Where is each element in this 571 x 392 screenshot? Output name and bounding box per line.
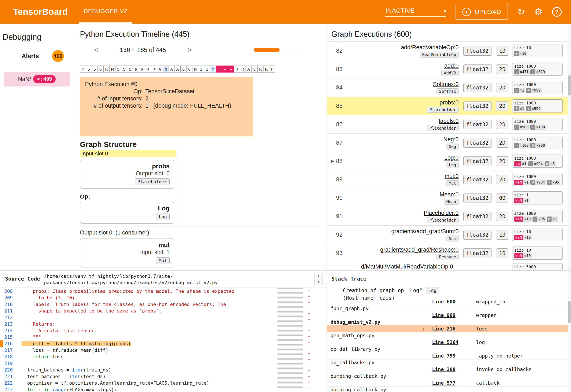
- tensor-name-link[interactable]: Softmax:0: [433, 81, 459, 88]
- frame-line-link[interactable]: Line 208: [432, 366, 456, 373]
- tensor-name-link[interactable]: d/MatMul/MatMul/ReadVariableOp:0: [361, 263, 453, 270]
- output-node-link[interactable]: mul: [158, 241, 170, 249]
- stack-frame[interactable]: dumping_callback.pyLine 577callback: [327, 373, 568, 387]
- line-number[interactable]: 208: [3, 288, 16, 294]
- tensor-name-link[interactable]: gradients/add_grad/Sum:0: [391, 228, 458, 235]
- minimap[interactable]: [276, 288, 317, 391]
- frame-line-link[interactable]: Line 600: [432, 300, 456, 305]
- status-dropdown[interactable]: INACTIVE ▾: [385, 7, 446, 17]
- stack-frame[interactable]: func_graph.pyLine 969wrapper: [327, 305, 568, 319]
- timeline-slider[interactable]: [246, 46, 306, 54]
- code-line[interactable]: 222 optimizer = tf.optimizers.Adam(learn…: [0, 380, 274, 386]
- timeline-tick[interactable]: A: [169, 66, 175, 72]
- refresh-icon[interactable]: ↻: [517, 7, 525, 16]
- help-icon[interactable]: ?: [552, 7, 562, 17]
- code-line[interactable]: 209 to be (?, 10).: [0, 294, 274, 301]
- tensor-name-link[interactable]: mul:0: [445, 173, 459, 180]
- code-line[interactable]: 221 test_batches = iter(test_ds): [0, 373, 274, 380]
- stack-frame[interactable]: op_callbacks.pyLine 208invoke_op_callbac…: [327, 359, 568, 373]
- timeline-tick[interactable]: R: [139, 66, 145, 72]
- frame-line-link[interactable]: Line 755: [432, 352, 456, 359]
- tensor-name-link[interactable]: probs:0: [440, 99, 458, 106]
- line-number[interactable]: 217: [3, 347, 16, 353]
- timeline-tick[interactable]: M: [192, 66, 198, 72]
- code-line[interactable]: 210 labels: Truth labels for the classes…: [0, 301, 274, 308]
- timeline-tick[interactable]: S: [98, 66, 104, 72]
- graph-executions-scrollbar[interactable]: [568, 24, 571, 270]
- code-line[interactable]: 219: [0, 360, 274, 367]
- timeline-prev-button[interactable]: <: [90, 45, 103, 54]
- nan-inf-alert-filter[interactable]: NaN/ ∞: 499: [4, 72, 70, 86]
- graph-execution-row[interactable]: 91Placeholder:0Placeholderfloat322Dsize:…: [327, 207, 571, 226]
- graph-execution-row[interactable]: 85probs:0Placeholderfloat322Dsize:10000×…: [327, 97, 571, 115]
- graph-execution-row[interactable]: 82add/ReadVariableOp:0ReadVariableOpfloa…: [327, 42, 571, 60]
- timeline-tick[interactable]: R: [103, 66, 110, 72]
- line-number[interactable]: 211: [3, 308, 16, 314]
- slider-handle[interactable]: [254, 48, 280, 52]
- timeline-tick[interactable]: S: [92, 66, 98, 72]
- code-line[interactable]: 211 shape is expected to be the same as …: [0, 308, 274, 314]
- input-node-link[interactable]: probs: [152, 163, 170, 170]
- code-line[interactable]: 223 for i in range(FLAGS.max_steps):: [0, 386, 274, 392]
- stepper-up-icon[interactable]: ▲: [314, 273, 323, 279]
- timeline-tick[interactable]: A: [157, 66, 163, 72]
- timeline-tick[interactable]: P: [269, 66, 275, 72]
- timeline-tick[interactable]: M: [109, 66, 115, 72]
- graph-execution-row[interactable]: 93gradients/add_grad/Reshape:0Reshapeflo…: [327, 244, 571, 262]
- line-number[interactable]: 212: [3, 314, 16, 321]
- line-number[interactable]: 218: [3, 353, 16, 360]
- timeline-tick[interactable]: C: [186, 66, 192, 72]
- line-number[interactable]: 220: [3, 367, 16, 373]
- stack-frame[interactable]: gen_math_ops.pyLine 5264log: [327, 332, 568, 346]
- timeline-tick[interactable]: C: [251, 66, 257, 72]
- graph-execution-row[interactable]: 92gradients/add_grad/Sum:0Sumfloat321Dsi…: [327, 226, 571, 244]
- timeline-tick[interactable]: -: [222, 66, 228, 72]
- line-number[interactable]: 223: [3, 386, 16, 392]
- tensor-name-link[interactable]: Mean:0: [440, 191, 458, 198]
- code-line[interactable]: 208 probs: Class probabilities predicted…: [0, 288, 274, 294]
- tensor-name-link[interactable]: Placeholder:0: [424, 210, 458, 217]
- frame-line-link[interactable]: Line 969: [432, 312, 456, 319]
- line-number[interactable]: 215: [3, 334, 16, 340]
- timeline-tick[interactable]: !: [216, 66, 222, 72]
- code-line[interactable]: 214 A scalar loss tensor.: [0, 327, 274, 334]
- output-node-card[interactable]: mul Input slot: 1 Mul: [80, 238, 174, 267]
- line-number[interactable]: 216: [3, 340, 16, 347]
- code-line[interactable]: 212: [0, 314, 274, 321]
- timeline-tick[interactable]: R: [133, 66, 139, 72]
- timeline-tick[interactable]: S: [127, 66, 133, 72]
- frame-line-link[interactable]: Line 216: [432, 325, 456, 332]
- tensor-name-link[interactable]: labels:0: [439, 118, 458, 125]
- timeline-tick[interactable]: R: [234, 66, 240, 72]
- line-number[interactable]: 222: [3, 380, 16, 386]
- stack-frame[interactable]: dumping_callback.pyLine 258_process_stac…: [327, 387, 568, 392]
- timeline-tick[interactable]: m: [210, 66, 216, 72]
- frame-line-link[interactable]: Line 577: [432, 379, 456, 387]
- scrollbar-thumb[interactable]: [568, 301, 571, 323]
- stack-frame[interactable]: Line 600wrapped_fn: [327, 300, 568, 305]
- line-number[interactable]: 213: [3, 321, 16, 327]
- timeline-tick[interactable]: R: [263, 66, 270, 72]
- graph-execution-row[interactable]: 87Neg:0Negfloat322Dsize:1000-×1000×900: [327, 134, 571, 152]
- line-number[interactable]: 210: [3, 301, 16, 308]
- graph-execution-row[interactable]: 84Softmax:0Softmaxfloat322Dsize:10000×1+…: [327, 78, 571, 97]
- timeline-tick[interactable]: E: [180, 66, 186, 72]
- timeline-tick[interactable]: S: [121, 66, 127, 72]
- code-line[interactable]: 216 diff = -labels * tf.math.log(probs): [0, 340, 274, 347]
- op-node-card[interactable]: Log Log: [80, 202, 174, 224]
- timeline-tick[interactable]: I: [198, 66, 204, 72]
- timeline-tick[interactable]: -: [228, 66, 234, 72]
- line-number[interactable]: 221: [3, 373, 16, 380]
- gear-icon[interactable]: ⚙: [534, 7, 543, 16]
- timeline-tick[interactable]: R: [151, 66, 157, 72]
- code-line[interactable]: 220 train_batches = iter(train_ds): [0, 367, 274, 373]
- timeline-next-button[interactable]: >: [183, 45, 196, 54]
- timeline-tick[interactable]: m: [163, 66, 169, 72]
- code-line[interactable]: 215 """: [0, 334, 274, 340]
- stack-frame[interactable]: op_def_library.pyLine 755_apply_op_helpe…: [327, 346, 568, 359]
- graph-execution-row[interactable]: 86labels:0Placeholderfloat322Dsize:10000…: [327, 115, 571, 134]
- graph-execution-row[interactable]: ▶88Log:0Logfloat322Dsize:1000-∞×1-×9940×…: [327, 152, 571, 170]
- tab-debugger-v2[interactable]: DEBUGGER V2: [79, 0, 132, 24]
- stack-frame[interactable]: debug_mnist_v2.py↓Line 216loss: [327, 319, 568, 332]
- stack-trace-scrollbar[interactable]: [568, 271, 571, 392]
